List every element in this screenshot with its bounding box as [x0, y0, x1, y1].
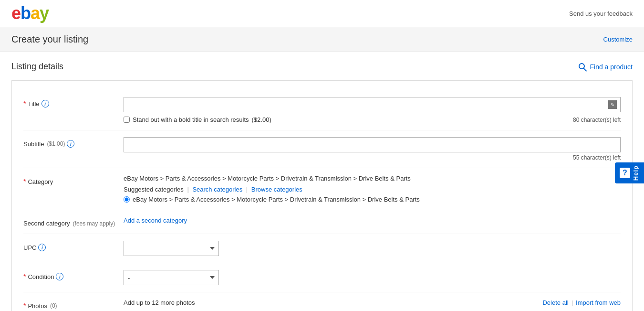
second-category-label-content: Second category (fees may apply) [23, 220, 115, 227]
page-title-bar: Create your listing Customize [0, 27, 644, 52]
main-content: Listing details Find a product * Title i… [0, 52, 644, 311]
photos-count: (0) [50, 302, 57, 309]
search-icon [578, 62, 587, 72]
category-field-content: eBay Motors > Parts & Accessories > Moto… [124, 175, 621, 203]
subtitle-chars-left: 55 character(s) left [124, 154, 621, 161]
photos-required-star: * [23, 302, 26, 310]
subtitle-label-text: Subtitle [23, 140, 44, 148]
photos-label-text: Photos [28, 302, 47, 310]
title-info-icon[interactable]: i [42, 100, 49, 107]
customize-link[interactable]: Customize [603, 36, 633, 43]
second-category-row: Second category (fees may apply) Add a s… [23, 210, 621, 234]
section-title: Listing details [11, 62, 63, 72]
category-row: * Category eBay Motors > Parts & Accesso… [23, 168, 621, 210]
find-product-label: Find a product [590, 63, 633, 71]
second-category-fee: (fees may apply) [73, 220, 115, 227]
upc-field-content [124, 241, 621, 256]
bold-title-row: Stand out with a bold title in search re… [124, 116, 621, 123]
condition-row: * Condition i - [23, 263, 621, 292]
logo-a: a [31, 3, 40, 23]
browse-categories-link[interactable]: Browse categories [251, 186, 302, 193]
upc-label-text: UPC [23, 244, 36, 251]
ebay-logo[interactable]: ebay [11, 5, 49, 22]
photos-field-content: Add up to 12 more photos Delete all | Im… [124, 299, 621, 306]
category-required-star: * [23, 178, 26, 185]
help-button[interactable]: Help ? [615, 162, 644, 183]
upc-row: UPC i [23, 234, 621, 263]
photos-pipe: | [571, 299, 573, 306]
category-path: eBay Motors > Parts & Accessories > Moto… [124, 175, 621, 182]
photos-right-actions: Delete all | Import from web [542, 299, 621, 306]
subtitle-label: Subtitle ($1.00) i [23, 137, 124, 148]
help-label: Help [632, 165, 639, 181]
category-label-text: Category [28, 178, 53, 185]
photos-label: * Photos (0) [23, 299, 124, 310]
condition-label: * Condition i [23, 270, 124, 280]
upc-select[interactable] [124, 241, 219, 256]
import-from-web-link[interactable]: Import from web [576, 299, 621, 306]
category-radio[interactable] [124, 196, 130, 203]
logo-e: e [11, 3, 21, 23]
delete-all-link[interactable]: Delete all [542, 299, 568, 306]
subtitle-input[interactable] [124, 137, 621, 152]
find-product-link[interactable]: Find a product [578, 62, 633, 72]
form-section: * Title i ✎ Stand out with a bold title … [11, 80, 633, 311]
photos-add-label: Add up to 12 more photos [124, 299, 195, 306]
suggested-categories-label: Suggested categories [124, 186, 184, 193]
second-category-content: Add a second category [124, 217, 621, 224]
subtitle-row: Subtitle ($1.00) i 55 character(s) left [23, 130, 621, 168]
page-title: Create your listing [11, 34, 88, 45]
logo-y: y [40, 3, 49, 23]
logo-b: b [21, 3, 31, 23]
add-second-category-link[interactable]: Add a second category [124, 217, 187, 224]
condition-label-text: Condition [28, 273, 54, 280]
upc-info-icon[interactable]: i [38, 244, 46, 251]
category-option: eBay Motors > Parts & Accessories > Moto… [124, 196, 621, 203]
condition-info-icon[interactable]: i [56, 273, 63, 280]
section-header: Listing details Find a product [11, 62, 633, 72]
photos-row: * Photos (0) Add up to 12 more photos De… [23, 292, 621, 311]
bold-title-label: Stand out with a bold title in search re… [133, 116, 249, 123]
svg-line-1 [583, 68, 586, 71]
bold-title-checkbox[interactable] [124, 117, 130, 123]
title-label-text: Title [28, 100, 39, 107]
pipe-separator-2: | [246, 186, 248, 193]
second-category-label-text: Second category [23, 220, 70, 227]
title-counter-icon[interactable]: ✎ [608, 100, 617, 109]
title-row: * Title i ✎ Stand out with a bold title … [23, 90, 621, 130]
feedback-link[interactable]: Send us your feedback [569, 10, 633, 17]
title-chars-left: 80 character(s) left [573, 117, 621, 123]
subtitle-field-content: 55 character(s) left [124, 137, 621, 161]
photos-actions: Add up to 12 more photos Delete all | Im… [124, 299, 621, 306]
condition-required-star: * [23, 273, 26, 280]
second-category-label: Second category (fees may apply) [23, 217, 124, 227]
title-input[interactable] [124, 97, 621, 112]
title-required-star: * [23, 100, 26, 107]
pipe-separator-1: | [187, 186, 188, 193]
title-field-content: ✎ Stand out with a bold title in search … [124, 97, 621, 123]
bold-title-price: ($2.00) [252, 116, 271, 123]
condition-select[interactable]: - [124, 270, 219, 285]
subtitle-info-icon[interactable]: i [67, 140, 74, 148]
title-label: * Title i [23, 97, 124, 107]
category-option-label: eBay Motors > Parts & Accessories > Moto… [133, 196, 420, 203]
title-input-wrapper: ✎ [124, 97, 621, 112]
bold-title-left: Stand out with a bold title in search re… [124, 116, 271, 123]
category-label: * Category [23, 175, 124, 185]
upc-label: UPC i [23, 241, 124, 251]
condition-field-content: - [124, 270, 621, 285]
suggested-categories: Suggested categories | Search categories… [124, 186, 621, 193]
search-categories-link[interactable]: Search categories [192, 186, 242, 193]
header: ebay Send us your feedback [0, 0, 644, 27]
subtitle-fee: ($1.00) [47, 140, 65, 147]
help-question-mark: ? [620, 168, 630, 178]
